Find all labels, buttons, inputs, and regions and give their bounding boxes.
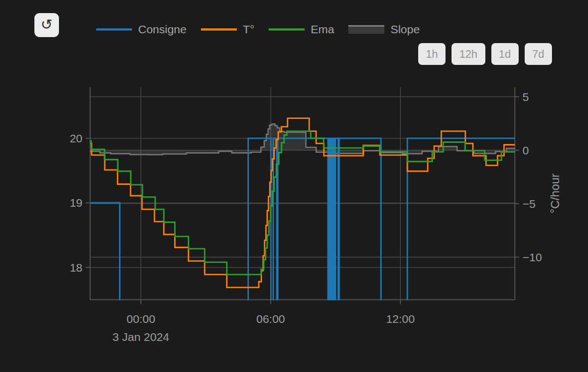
right-tick-label: −10 <box>522 251 542 263</box>
right-tick-label: 5 <box>522 91 529 103</box>
left-tick-label: 20 <box>70 132 82 145</box>
right-axis-title: °C/hour <box>549 173 562 213</box>
consigne-line <box>90 139 515 332</box>
left-tick-label: 18 <box>70 261 82 274</box>
right-tick-label: −5 <box>522 197 536 210</box>
dashboard: ↺ Consigne T° Ema Slope 1h 12h 1d 7d 00:… <box>0 0 588 372</box>
x-tick-label: 00:00 <box>127 313 156 325</box>
temperature-chart[interactable]: 00:0006:0012:003 Jan 202418192050−5−10°C… <box>0 0 588 372</box>
x-axis-date-label: 3 Jan 2024 <box>112 331 169 343</box>
x-tick-label: 12:00 <box>386 313 415 325</box>
x-tick-label: 06:00 <box>256 313 285 325</box>
left-tick-label: 19 <box>70 196 82 209</box>
right-tick-label: 0 <box>522 144 529 157</box>
